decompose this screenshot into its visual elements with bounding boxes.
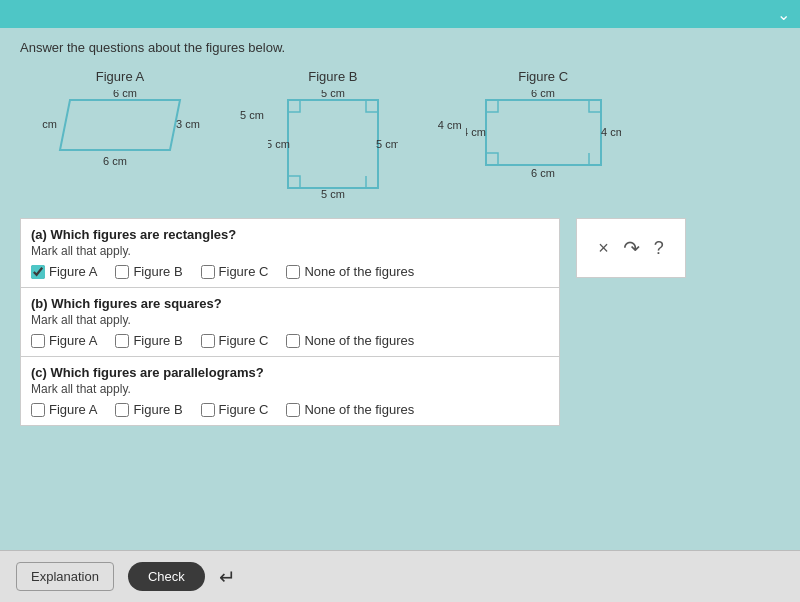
svg-text:6 cm: 6 cm — [531, 167, 555, 179]
question-c-subtitle: Mark all that apply. — [31, 382, 549, 396]
svg-text:4 cm: 4 cm — [466, 126, 486, 138]
question-a-option-none[interactable]: None of the figures — [286, 264, 414, 279]
question-b-option-figure-b[interactable]: Figure B — [115, 333, 182, 348]
figure-b-title: Figure B — [308, 69, 357, 84]
label-c-figure-b: Figure B — [133, 402, 182, 417]
checkbox-b-figure-a[interactable] — [31, 334, 45, 348]
icons-box: × ↶ ? — [576, 218, 686, 278]
svg-text:5 cm: 5 cm — [321, 188, 345, 200]
checkbox-a-none[interactable] — [286, 265, 300, 279]
question-b-options: Figure A Figure B Figure C None of the f… — [31, 333, 549, 348]
label-c-figure-c: Figure C — [219, 402, 269, 417]
figure-b-c-gap: 4 cm — [438, 119, 462, 131]
svg-text:6 cm: 6 cm — [103, 155, 127, 167]
checkbox-b-figure-b[interactable] — [115, 334, 129, 348]
question-c-option-figure-a[interactable]: Figure A — [31, 402, 97, 417]
figure-a-svg: 6 cm 6 cm 3 cm 3 cm — [40, 90, 200, 170]
question-c-option-none[interactable]: None of the figures — [286, 402, 414, 417]
help-icon[interactable]: ? — [654, 238, 664, 259]
svg-text:6 cm: 6 cm — [531, 90, 555, 99]
top-bar: ⌄ — [0, 0, 800, 28]
question-c-title: (c) Which figures are parallelograms? — [31, 365, 549, 380]
svg-text:4 cm: 4 cm — [601, 126, 621, 138]
svg-text:3 cm: 3 cm — [176, 118, 200, 130]
question-a-option-figure-c[interactable]: Figure C — [201, 264, 269, 279]
checkbox-a-figure-a[interactable] — [31, 265, 45, 279]
checkbox-a-figure-b[interactable] — [115, 265, 129, 279]
svg-text:6 cm: 6 cm — [113, 90, 137, 99]
checkbox-a-figure-c[interactable] — [201, 265, 215, 279]
main-content: Answer the questions about the figures b… — [0, 28, 800, 438]
undo-icon[interactable]: ↶ — [623, 236, 640, 260]
svg-rect-5 — [288, 100, 378, 188]
checkbox-b-none[interactable] — [286, 334, 300, 348]
figure-c-title: Figure C — [518, 69, 568, 84]
label-c-figure-a: Figure A — [49, 402, 97, 417]
question-a-options: Figure A Figure B Figure C None of the f… — [31, 264, 549, 279]
label-a-figure-a: Figure A — [49, 264, 97, 279]
question-b-title: (b) Which figures are squares? — [31, 296, 549, 311]
question-c-options: Figure A Figure B Figure C None of the f… — [31, 402, 549, 417]
figure-c-container: Figure C 6 cm 6 cm 4 cm 4 cm — [466, 69, 621, 180]
label-b-figure-c: Figure C — [219, 333, 269, 348]
question-a-subtitle: Mark all that apply. — [31, 244, 549, 258]
question-a-option-figure-b[interactable]: Figure B — [115, 264, 182, 279]
figure-b-svg: 5 cm 5 cm 5 cm 5 cm — [268, 90, 398, 200]
explanation-button[interactable]: Explanation — [16, 562, 114, 591]
gap-bc-label: 4 cm — [438, 119, 462, 131]
checkbox-c-figure-a[interactable] — [31, 403, 45, 417]
question-b-option-figure-c[interactable]: Figure C — [201, 333, 269, 348]
label-c-none: None of the figures — [304, 402, 414, 417]
label-b-figure-b: Figure B — [133, 333, 182, 348]
svg-text:5 cm: 5 cm — [376, 138, 398, 150]
figure-a-b-gap: 5 cm — [240, 109, 264, 121]
question-b-option-figure-a[interactable]: Figure A — [31, 333, 97, 348]
bottom-bar: Explanation Check ↵ — [0, 550, 800, 602]
svg-marker-0 — [60, 100, 180, 150]
checkbox-b-figure-c[interactable] — [201, 334, 215, 348]
question-a-title: (a) Which figures are rectangles? — [31, 227, 549, 242]
label-a-figure-c: Figure C — [219, 264, 269, 279]
label-b-figure-a: Figure A — [49, 333, 97, 348]
figure-c-svg: 6 cm 6 cm 4 cm 4 cm — [466, 90, 621, 180]
x-icon[interactable]: × — [598, 238, 609, 259]
cursor-pointer-icon: ↵ — [219, 565, 236, 589]
svg-text:3 cm: 3 cm — [40, 118, 57, 130]
question-a-section: (a) Which figures are rectangles? Mark a… — [21, 219, 559, 288]
checkbox-c-figure-c[interactable] — [201, 403, 215, 417]
collapse-icon[interactable]: ⌄ — [777, 5, 790, 24]
figures-row: Figure A 6 cm 6 cm 3 cm 3 cm 5 cm — [20, 69, 780, 200]
questions-box: (a) Which figures are rectangles? Mark a… — [20, 218, 560, 426]
question-c-option-figure-c[interactable]: Figure C — [201, 402, 269, 417]
figure-a-title: Figure A — [96, 69, 144, 84]
instructions-text: Answer the questions about the figures b… — [20, 40, 780, 55]
question-c-option-figure-b[interactable]: Figure B — [115, 402, 182, 417]
svg-text:5 cm: 5 cm — [321, 90, 345, 99]
question-c-section: (c) Which figures are parallelograms? Ma… — [21, 357, 559, 425]
checkbox-c-none[interactable] — [286, 403, 300, 417]
label-a-none: None of the figures — [304, 264, 414, 279]
gap-ab-label: 5 cm — [240, 109, 264, 121]
questions-and-icons: (a) Which figures are rectangles? Mark a… — [20, 218, 780, 426]
label-b-none: None of the figures — [304, 333, 414, 348]
question-b-section: (b) Which figures are squares? Mark all … — [21, 288, 559, 357]
figure-a-container: Figure A 6 cm 6 cm 3 cm 3 cm — [40, 69, 200, 170]
svg-text:5 cm: 5 cm — [268, 138, 290, 150]
question-b-subtitle: Mark all that apply. — [31, 313, 549, 327]
check-button[interactable]: Check — [128, 562, 205, 591]
checkbox-c-figure-b[interactable] — [115, 403, 129, 417]
svg-rect-10 — [486, 100, 601, 165]
label-a-figure-b: Figure B — [133, 264, 182, 279]
figure-b-container: Figure B 5 cm 5 cm 5 cm 5 cm — [268, 69, 398, 200]
question-a-option-figure-a[interactable]: Figure A — [31, 264, 97, 279]
question-b-option-none[interactable]: None of the figures — [286, 333, 414, 348]
